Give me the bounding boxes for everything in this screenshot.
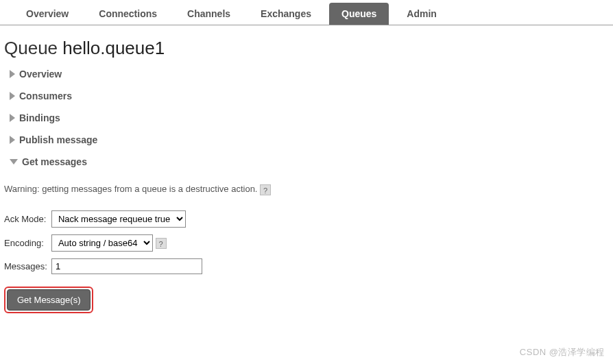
- caret-right-icon: [10, 136, 15, 144]
- warning-text: Warning: getting messages from a queue i…: [4, 184, 257, 194]
- caret-right-icon: [10, 114, 15, 122]
- section-publish-label: Publish message: [19, 134, 97, 145]
- get-messages-button[interactable]: Get Message(s): [7, 289, 91, 311]
- section-overview[interactable]: Overview: [10, 69, 613, 80]
- tab-exchanges[interactable]: Exchanges: [248, 3, 324, 25]
- get-messages-form: Ack Mode: Nack message requeue true Enco…: [4, 205, 206, 280]
- encoding-label: Encoding:: [4, 233, 51, 253]
- tab-channels[interactable]: Channels: [175, 3, 243, 25]
- help-icon[interactable]: ?: [156, 238, 167, 249]
- section-get-label: Get messages: [22, 156, 87, 167]
- section-consumers[interactable]: Consumers: [10, 90, 613, 101]
- get-button-highlight: Get Message(s): [4, 287, 93, 313]
- tab-connections[interactable]: Connections: [86, 3, 169, 25]
- caret-down-icon: [10, 159, 18, 165]
- ack-mode-select[interactable]: Nack message requeue true: [51, 210, 186, 228]
- section-get-messages[interactable]: Get messages: [10, 156, 613, 167]
- section-bindings-label: Bindings: [19, 112, 60, 123]
- messages-input[interactable]: [51, 258, 202, 274]
- section-overview-label: Overview: [19, 69, 62, 80]
- warning-row: Warning: getting messages from a queue i…: [4, 184, 613, 195]
- main-tabs: Overview Connections Channels Exchanges …: [0, 0, 613, 25]
- tab-admin[interactable]: Admin: [394, 3, 449, 25]
- caret-right-icon: [10, 70, 15, 78]
- ack-mode-label: Ack Mode:: [4, 209, 51, 229]
- caret-right-icon: [10, 92, 15, 100]
- title-prefix: Queue: [4, 38, 62, 58]
- tab-queues[interactable]: Queues: [329, 3, 389, 25]
- section-bindings[interactable]: Bindings: [10, 112, 613, 123]
- queue-name: hello.queue1: [62, 38, 165, 58]
- section-publish-message[interactable]: Publish message: [10, 134, 613, 145]
- page-title: Queue hello.queue1: [4, 38, 613, 59]
- tab-overview[interactable]: Overview: [14, 3, 81, 25]
- section-consumers-label: Consumers: [19, 90, 72, 101]
- messages-label: Messages:: [4, 257, 51, 276]
- encoding-select[interactable]: Auto string / base64: [51, 234, 153, 252]
- help-icon[interactable]: ?: [260, 184, 271, 195]
